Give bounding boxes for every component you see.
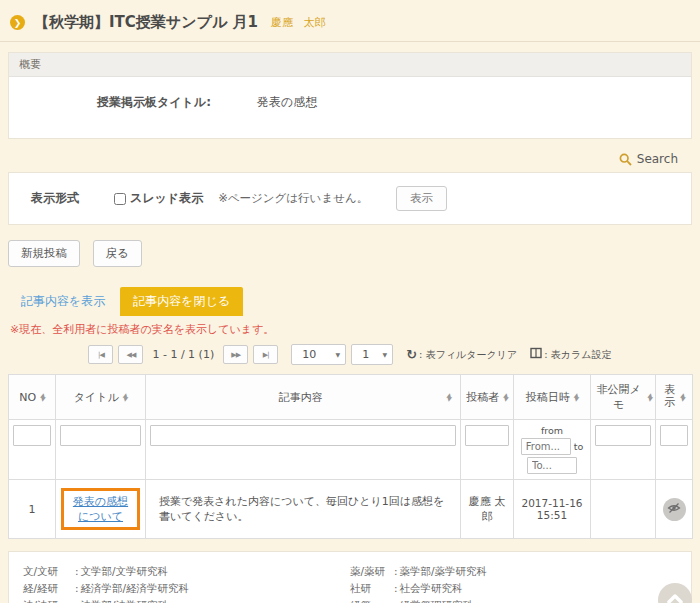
legend-item: 文/文研:文学部/文学研究科 <box>23 563 350 580</box>
tab-close-articles[interactable]: 記事内容を閉じる <box>120 287 243 316</box>
legend-abbr: 文/文研 <box>23 563 75 580</box>
sort-icon: ▲▼ <box>40 393 45 402</box>
overview-section-title: 概要 <box>9 53 691 77</box>
column-header-author[interactable]: 投稿者▲▼ <box>461 375 514 420</box>
search-row: Search <box>8 139 692 172</box>
filter-input-title[interactable] <box>60 425 141 446</box>
back-button[interactable]: 戻る <box>93 240 142 267</box>
page-size-select[interactable]: 10▼ <box>291 344 346 365</box>
new-post-button[interactable]: 新規投稿 <box>8 240 80 267</box>
tab-show-articles[interactable]: 記事内容を表示 <box>8 287 118 316</box>
filter-input-visibility[interactable] <box>660 425 688 446</box>
sort-icon: ▲▼ <box>680 393 685 402</box>
filter-clear-label: : 表フィルタークリア <box>419 348 517 362</box>
article-content: 授業で発表された内容について、毎回ひとり1回は感想を書いてください。 <box>146 480 461 539</box>
legend-name: 経営管理研究科 <box>400 597 474 603</box>
articles-table: NO▲▼ タイトル▲▼ 記事内容▲▼ 投稿者▲▼ 投稿日時▲▼ 非公開メモ▲▼ … <box>8 374 693 539</box>
article-date: 2017-11-16 15:51 <box>514 480 591 539</box>
content-tabs: 記事内容を表示 記事内容を閉じる <box>8 287 692 316</box>
breadcrumb-arrow-icon: ❯ <box>10 15 25 30</box>
legend-item: 法/法研:法学部/法学研究科 <box>23 597 350 603</box>
column-settings-label: : 表カラム設定 <box>544 348 611 362</box>
legend-separator: : <box>394 597 398 603</box>
filter-clear-control[interactable]: ↻ : 表フィルタークリア <box>406 348 517 362</box>
sort-icon: ▲▼ <box>574 393 579 402</box>
filter-input-author[interactable] <box>465 425 509 446</box>
filter-date-from-label: from <box>518 425 586 436</box>
column-header-date[interactable]: 投稿日時▲▼ <box>514 375 591 420</box>
article-author: 慶應 太郎 <box>461 480 514 539</box>
table-filter-row: from to <box>9 420 693 480</box>
columns-icon <box>530 347 542 362</box>
legend-separator: : <box>394 563 398 580</box>
legend-separator: : <box>75 580 79 597</box>
faculty-legend-right: 薬/薬研:薬学部/薬学研究科 社研:社会学研究科 経管:経営管理研究科 政メ:政… <box>350 563 677 603</box>
legend-item: 経/経研:経済学部/経済学研究科 <box>23 580 350 597</box>
legend-name: 薬学部/薬学研究科 <box>400 563 488 580</box>
page-header: ❯ 【秋学期】ITC授業サンプル 月1 慶應 太郎 <box>0 6 700 42</box>
legend-separator: : <box>394 580 398 597</box>
eye-off-icon <box>667 501 681 518</box>
sort-icon: ▲▼ <box>647 393 652 402</box>
thread-display-checkbox[interactable] <box>114 193 126 205</box>
article-title-link[interactable]: 発表の感想について <box>73 495 128 523</box>
filter-date-to-input[interactable] <box>527 457 577 474</box>
highlight-box: 発表の感想について <box>61 488 140 530</box>
article-memo <box>591 480 656 539</box>
search-link[interactable]: Search <box>637 152 678 166</box>
column-header-memo[interactable]: 非公開メモ▲▼ <box>591 375 656 420</box>
instructor-name: 慶應 太郎 <box>271 15 326 30</box>
column-header-visibility[interactable]: 表示▲▼ <box>656 375 693 420</box>
filter-input-memo[interactable] <box>595 425 651 446</box>
prev-page-button[interactable]: ◀◀ <box>118 345 143 364</box>
filter-input-no[interactable] <box>13 425 51 446</box>
column-header-content[interactable]: 記事内容▲▼ <box>146 375 461 420</box>
sort-icon: ▲▼ <box>123 393 128 402</box>
legend-separator: : <box>75 597 79 603</box>
last-page-button[interactable]: ▶| <box>253 345 278 364</box>
action-bar-top: 新規投稿 戻る <box>8 225 692 271</box>
visibility-toggle-button[interactable] <box>663 498 686 521</box>
legend-name: 法学部/法学研究科 <box>81 597 169 603</box>
first-page-button[interactable]: |◀ <box>88 345 113 364</box>
faculty-legend: 文/文研:文学部/文学研究科 経/経研:経済学部/経済学研究科 法/法研:法学部… <box>8 551 692 603</box>
legend-name: 社会学研究科 <box>400 580 463 597</box>
article-no: 1 <box>9 480 56 539</box>
legend-name: 経済学部/経済学研究科 <box>81 580 190 597</box>
legend-separator: : <box>75 563 79 580</box>
page-number-select[interactable]: 1▼ <box>351 344 393 365</box>
legend-abbr: 社研 <box>350 580 394 597</box>
legend-abbr: 薬/薬研 <box>350 563 394 580</box>
realname-notice: ※現在、全利用者に投稿者の実名を表示しています。 <box>10 322 692 337</box>
faculty-legend-left: 文/文研:文学部/文学研究科 経/経研:経済学部/経済学研究科 法/法研:法学部… <box>23 563 350 603</box>
filter-input-content[interactable] <box>150 425 456 446</box>
show-button[interactable]: 表示 <box>396 186 447 211</box>
next-page-button[interactable]: ▶▶ <box>223 345 248 364</box>
search-icon[interactable] <box>619 153 632 166</box>
column-header-title[interactable]: タイトル▲▼ <box>56 375 146 420</box>
article-row: 1 発表の感想について 授業で発表された内容について、毎回ひとり1回は感想を書い… <box>9 480 693 539</box>
column-settings-control[interactable]: : 表カラム設定 <box>530 347 611 362</box>
pager: |◀ ◀◀ 1 - 1 / 1 (1) ▶▶ ▶| 10▼ 1▼ ↻ : 表フィ… <box>8 344 692 365</box>
display-format-section: 表示形式 スレッド表示 ※ページングは行いません。 表示 <box>8 172 692 225</box>
caret-down-icon: ▼ <box>383 351 388 358</box>
table-header-row: NO▲▼ タイトル▲▼ 記事内容▲▼ 投稿者▲▼ 投稿日時▲▼ 非公開メモ▲▼ … <box>9 375 693 420</box>
paging-note: ※ページングは行いません。 <box>218 191 368 206</box>
legend-item: 経管:経営管理研究科 <box>350 597 677 603</box>
chevron-up-icon <box>667 592 683 603</box>
page-title: 【秋学期】ITC授業サンプル 月1 <box>34 13 258 32</box>
board-title-value: 発表の感想 <box>257 94 317 111</box>
legend-item: 薬/薬研:薬学部/薬学研究科 <box>350 563 677 580</box>
page: ❯ 【秋学期】ITC授業サンプル 月1 慶應 太郎 概要 授業掲示板タイトル: … <box>0 0 700 603</box>
column-header-no[interactable]: NO▲▼ <box>9 375 56 420</box>
sort-icon: ▲▼ <box>446 393 451 402</box>
legend-name: 文学部/文学研究科 <box>81 563 169 580</box>
sort-icon: ▲▼ <box>503 393 508 402</box>
legend-item: 社研:社会学研究科 <box>350 580 677 597</box>
page-range-text: 1 - 1 / 1 (1) <box>152 348 214 361</box>
overview-body: 授業掲示板タイトル: 発表の感想 <box>9 77 691 138</box>
legend-abbr: 経管 <box>350 597 394 603</box>
filter-date-from-input[interactable] <box>521 438 571 455</box>
overview-section: 概要 授業掲示板タイトル: 発表の感想 <box>8 52 692 139</box>
caret-down-icon: ▼ <box>336 351 341 358</box>
